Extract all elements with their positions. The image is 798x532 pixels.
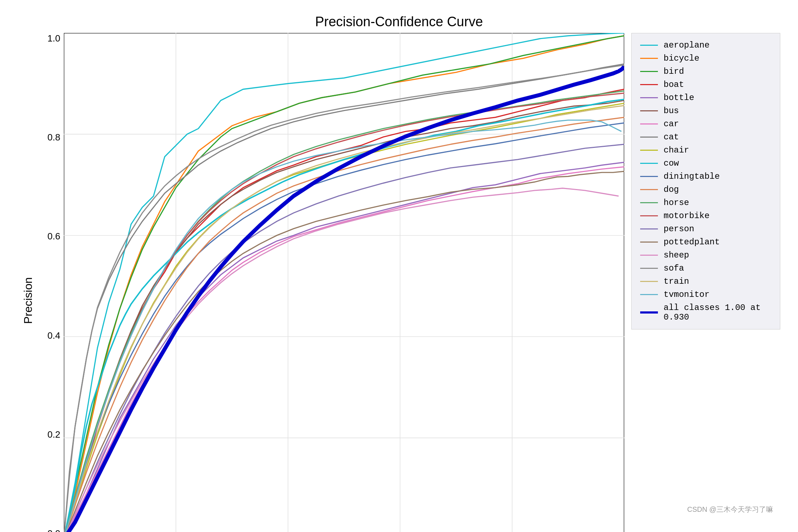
legend-item-diningtable: diningtable — [640, 172, 771, 181]
legend-line-sheep — [640, 255, 658, 256]
legend-item-bottle: bottle — [640, 93, 771, 102]
chart-svg — [64, 33, 624, 532]
legend-item-boat: boat — [640, 80, 771, 89]
watermark: CSDN @三木今天学习了嘛 — [687, 505, 773, 514]
legend-line-car — [640, 123, 658, 124]
legend-line-sofa — [640, 268, 658, 269]
chart-container: Precision-Confidence Curve Precision 1.0… — [18, 14, 780, 518]
legend-item-bicycle: bicycle — [640, 54, 771, 63]
legend-line-bus — [640, 110, 658, 111]
legend-item-aeroplane: aeroplane — [640, 40, 771, 50]
y-ticks: 1.0 0.8 0.6 0.4 0.2 0.0 — [39, 33, 64, 532]
chart-title: Precision-Confidence Curve — [315, 14, 483, 29]
legend-line-boat — [640, 84, 658, 85]
legend-item-horse: horse — [640, 198, 771, 207]
legend-item-tvmonitor: tvmonitor — [640, 290, 771, 299]
legend-item-all-classes: all classes 1.00 at 0.930 — [640, 303, 771, 322]
legend-line-pottedplant — [640, 242, 658, 243]
legend: aeroplane bicycle bird boat bottle — [631, 33, 780, 329]
y-axis-label: Precision — [22, 277, 35, 324]
legend-item-person: person — [640, 224, 771, 234]
legend-line-tvmonitor — [640, 294, 658, 295]
legend-item-cat: cat — [640, 132, 771, 142]
legend-item-car: car — [640, 119, 771, 129]
legend-line-horse — [640, 202, 658, 203]
legend-line-chair — [640, 150, 658, 151]
legend-line-bird — [640, 71, 658, 72]
legend-line-person — [640, 228, 658, 229]
legend-item-sofa: sofa — [640, 264, 771, 273]
legend-item-train: train — [640, 277, 771, 286]
legend-item-cow: cow — [640, 159, 771, 168]
legend-item-motorbike: motorbike — [640, 211, 771, 221]
legend-line-cat — [640, 137, 658, 138]
legend-line-bicycle — [640, 58, 658, 59]
legend-line-bottle — [640, 97, 658, 98]
legend-line-all-classes — [640, 311, 658, 314]
legend-line-aeroplane — [640, 45, 658, 46]
legend-item-bird: bird — [640, 67, 771, 76]
legend-item-pottedplant: pottedplant — [640, 237, 771, 247]
legend-line-cow — [640, 163, 658, 164]
legend-item-chair: chair — [640, 145, 771, 155]
legend-line-train — [640, 281, 658, 282]
legend-item-bus: bus — [640, 106, 771, 116]
legend-line-dog — [640, 189, 658, 190]
legend-line-diningtable — [640, 176, 658, 177]
legend-line-motorbike — [640, 215, 658, 216]
legend-item-dog: dog — [640, 185, 771, 194]
legend-item-sheep: sheep — [640, 250, 771, 260]
plot-area — [64, 33, 624, 532]
